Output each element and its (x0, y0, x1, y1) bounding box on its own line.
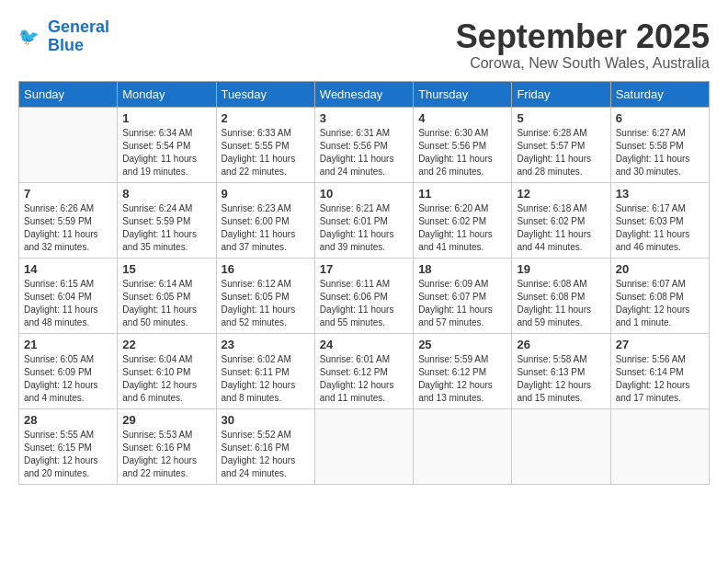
day-info: Sunrise: 6:26 AMSunset: 5:59 PMDaylight:… (24, 202, 112, 254)
day-number: 18 (418, 262, 506, 276)
calendar-table: SundayMondayTuesdayWednesdayThursdayFrid… (18, 81, 710, 485)
svg-text:🐦: 🐦 (18, 26, 40, 46)
calendar-cell: 3Sunrise: 6:31 AMSunset: 5:56 PMDaylight… (314, 107, 413, 182)
day-number: 27 (616, 338, 704, 351)
day-info: Sunrise: 6:30 AMSunset: 5:56 PMDaylight:… (418, 127, 506, 178)
month-title: September 2025 (456, 18, 710, 55)
day-info: Sunrise: 6:23 AMSunset: 6:00 PMDaylight:… (222, 202, 310, 254)
logo: 🐦 General Blue (18, 18, 109, 55)
day-info: Sunrise: 6:02 AMSunset: 6:11 PMDaylight:… (222, 353, 310, 405)
calendar-cell: 7Sunrise: 6:26 AMSunset: 5:59 PMDaylight… (19, 182, 118, 258)
day-info: Sunrise: 6:15 AMSunset: 6:04 PMDaylight:… (24, 278, 112, 329)
calendar-cell: 19Sunrise: 6:08 AMSunset: 6:08 PMDayligh… (512, 258, 610, 333)
day-info: Sunrise: 6:05 AMSunset: 6:09 PMDaylight:… (24, 353, 112, 405)
calendar-cell: 22Sunrise: 6:04 AMSunset: 6:10 PMDayligh… (118, 333, 216, 408)
day-info: Sunrise: 6:28 AMSunset: 5:57 PMDaylight:… (517, 127, 605, 178)
calendar-cell: 27Sunrise: 5:56 AMSunset: 6:14 PMDayligh… (610, 333, 709, 408)
calendar-cell: 9Sunrise: 6:23 AMSunset: 6:00 PMDaylight… (216, 182, 314, 258)
day-info: Sunrise: 6:11 AMSunset: 6:06 PMDaylight:… (320, 278, 408, 329)
calendar-cell: 2Sunrise: 6:33 AMSunset: 5:55 PMDaylight… (216, 107, 314, 182)
day-info: Sunrise: 6:27 AMSunset: 5:58 PMDaylight:… (616, 127, 704, 178)
calendar-cell: 28Sunrise: 5:55 AMSunset: 6:15 PMDayligh… (19, 408, 118, 484)
weekday-header-monday: Monday (118, 81, 216, 107)
day-number: 9 (222, 187, 310, 201)
day-info: Sunrise: 6:09 AMSunset: 6:07 PMDaylight:… (418, 278, 506, 329)
weekday-header-saturday: Saturday (610, 81, 709, 107)
day-number: 14 (24, 262, 112, 276)
weekday-header-sunday: Sunday (19, 81, 118, 107)
day-info: Sunrise: 6:08 AMSunset: 6:08 PMDaylight:… (517, 278, 605, 329)
calendar-cell: 25Sunrise: 5:59 AMSunset: 6:12 PMDayligh… (414, 333, 512, 408)
calendar-cell: 30Sunrise: 5:52 AMSunset: 6:16 PMDayligh… (216, 408, 314, 484)
logo-general: General (48, 17, 109, 36)
day-number: 2 (222, 111, 310, 125)
calendar-cell (512, 408, 610, 484)
page-header: 🐦 General Blue September 2025 Corowa, Ne… (18, 18, 710, 72)
calendar-cell: 10Sunrise: 6:21 AMSunset: 6:01 PMDayligh… (314, 182, 413, 258)
day-info: Sunrise: 6:17 AMSunset: 6:03 PMDaylight:… (616, 202, 704, 254)
title-block: September 2025 Corowa, New South Wales, … (456, 18, 710, 72)
day-number: 19 (517, 262, 605, 276)
calendar-cell (610, 408, 709, 484)
day-number: 7 (24, 187, 112, 201)
day-info: Sunrise: 6:18 AMSunset: 6:02 PMDaylight:… (517, 202, 605, 254)
weekday-header-friday: Friday (512, 81, 610, 107)
logo-blue: Blue (48, 37, 109, 55)
day-number: 17 (320, 262, 408, 276)
day-number: 23 (222, 338, 310, 351)
day-number: 13 (616, 187, 704, 201)
logo-text: General Blue (48, 18, 109, 55)
week-row-5: 28Sunrise: 5:55 AMSunset: 6:15 PMDayligh… (19, 408, 710, 484)
day-info: Sunrise: 6:31 AMSunset: 5:56 PMDaylight:… (320, 127, 408, 178)
location-subtitle: Corowa, New South Wales, Australia (456, 55, 710, 72)
day-number: 4 (418, 111, 506, 125)
calendar-cell: 16Sunrise: 6:12 AMSunset: 6:05 PMDayligh… (216, 258, 314, 333)
day-number: 11 (418, 187, 506, 201)
weekday-header-wednesday: Wednesday (314, 81, 413, 107)
day-number: 5 (517, 111, 605, 125)
day-info: Sunrise: 6:21 AMSunset: 6:01 PMDaylight:… (320, 202, 408, 254)
day-info: Sunrise: 5:58 AMSunset: 6:13 PMDaylight:… (517, 353, 605, 405)
calendar-cell: 1Sunrise: 6:34 AMSunset: 5:54 PMDaylight… (118, 107, 216, 182)
day-info: Sunrise: 6:33 AMSunset: 5:55 PMDaylight:… (222, 127, 310, 178)
day-info: Sunrise: 5:55 AMSunset: 6:15 PMDaylight:… (24, 429, 112, 480)
calendar-cell (414, 408, 512, 484)
calendar-cell: 6Sunrise: 6:27 AMSunset: 5:58 PMDaylight… (610, 107, 709, 182)
day-number: 28 (24, 413, 112, 427)
day-number: 1 (122, 111, 210, 125)
calendar-cell: 18Sunrise: 6:09 AMSunset: 6:07 PMDayligh… (414, 258, 512, 333)
calendar-cell: 26Sunrise: 5:58 AMSunset: 6:13 PMDayligh… (512, 333, 610, 408)
week-row-1: 1Sunrise: 6:34 AMSunset: 5:54 PMDaylight… (19, 107, 710, 182)
week-row-3: 14Sunrise: 6:15 AMSunset: 6:04 PMDayligh… (19, 258, 710, 333)
day-number: 24 (320, 338, 408, 351)
calendar-cell: 24Sunrise: 6:01 AMSunset: 6:12 PMDayligh… (314, 333, 413, 408)
day-number: 6 (616, 111, 704, 125)
day-number: 15 (122, 262, 210, 276)
day-number: 26 (517, 338, 605, 351)
day-info: Sunrise: 6:07 AMSunset: 6:08 PMDaylight:… (616, 278, 704, 329)
day-number: 10 (320, 187, 408, 201)
calendar-cell: 14Sunrise: 6:15 AMSunset: 6:04 PMDayligh… (19, 258, 118, 333)
calendar-cell: 4Sunrise: 6:30 AMSunset: 5:56 PMDaylight… (414, 107, 512, 182)
day-number: 22 (122, 338, 210, 351)
calendar-cell: 11Sunrise: 6:20 AMSunset: 6:02 PMDayligh… (414, 182, 512, 258)
week-row-2: 7Sunrise: 6:26 AMSunset: 5:59 PMDaylight… (19, 182, 710, 258)
day-number: 12 (517, 187, 605, 201)
day-info: Sunrise: 5:52 AMSunset: 6:16 PMDaylight:… (222, 429, 310, 480)
calendar-cell (19, 107, 118, 182)
day-number: 30 (222, 413, 310, 427)
day-number: 21 (24, 338, 112, 351)
calendar-cell: 20Sunrise: 6:07 AMSunset: 6:08 PMDayligh… (610, 258, 709, 333)
weekday-header-thursday: Thursday (414, 81, 512, 107)
calendar-cell: 23Sunrise: 6:02 AMSunset: 6:11 PMDayligh… (216, 333, 314, 408)
day-number: 8 (122, 187, 210, 201)
day-info: Sunrise: 6:01 AMSunset: 6:12 PMDaylight:… (320, 353, 408, 405)
day-info: Sunrise: 6:12 AMSunset: 6:05 PMDaylight:… (222, 278, 310, 329)
calendar-cell (314, 408, 413, 484)
calendar-cell: 17Sunrise: 6:11 AMSunset: 6:06 PMDayligh… (314, 258, 413, 333)
day-info: Sunrise: 6:34 AMSunset: 5:54 PMDaylight:… (122, 127, 210, 178)
calendar-cell: 13Sunrise: 6:17 AMSunset: 6:03 PMDayligh… (610, 182, 709, 258)
weekday-header-tuesday: Tuesday (216, 81, 314, 107)
day-info: Sunrise: 6:20 AMSunset: 6:02 PMDaylight:… (418, 202, 506, 254)
day-info: Sunrise: 5:53 AMSunset: 6:16 PMDaylight:… (122, 429, 210, 480)
